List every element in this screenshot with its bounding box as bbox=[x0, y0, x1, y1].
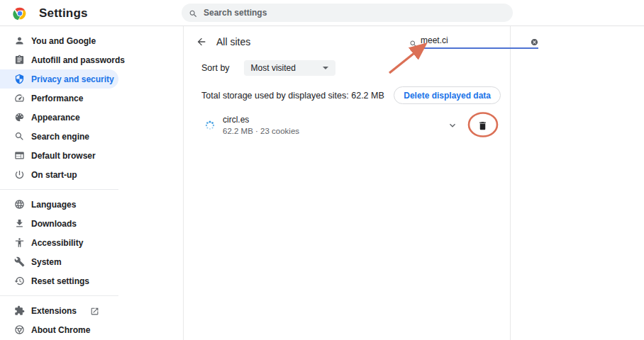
storage-summary-row: Total storage used by displayed sites: 6… bbox=[201, 86, 501, 104]
sort-by-label: Sort by bbox=[201, 63, 230, 73]
sidebar-item-languages[interactable]: Languages bbox=[0, 195, 118, 214]
site-search-field[interactable] bbox=[409, 35, 500, 49]
power-icon bbox=[14, 169, 25, 180]
site-favicon bbox=[204, 120, 216, 131]
sidebar-item-label: Autofill and passwords bbox=[31, 55, 125, 65]
sidebar-item-label: Downloads bbox=[31, 219, 77, 229]
search-icon bbox=[409, 38, 418, 47]
chevron-down-icon[interactable] bbox=[447, 120, 458, 131]
dropdown-caret-icon bbox=[323, 67, 328, 69]
chrome-outline-icon bbox=[14, 324, 25, 335]
sidebar-item-label: On start-up bbox=[31, 170, 77, 180]
sidebar-item-label: Languages bbox=[31, 200, 76, 210]
subpage-header: All sites bbox=[196, 32, 500, 52]
page-title: Settings bbox=[39, 6, 88, 21]
sidebar-item-label: Privacy and security bbox=[31, 74, 114, 84]
search-icon bbox=[189, 8, 198, 18]
palette-icon bbox=[14, 112, 25, 123]
sidebar-item-default-browser[interactable]: Default browser bbox=[0, 146, 118, 165]
sort-selected-option: Most visited bbox=[251, 63, 296, 73]
shield-icon bbox=[14, 74, 25, 84]
all-sites-panel: All sites Sort by Most visited bbox=[183, 26, 511, 340]
sidebar-item-label: About Chrome bbox=[31, 325, 90, 335]
sidebar-item-label: Appearance bbox=[31, 113, 80, 123]
chrome-logo-icon bbox=[13, 6, 27, 21]
puzzle-icon bbox=[14, 305, 25, 316]
accessibility-icon bbox=[14, 237, 25, 248]
trash-icon[interactable] bbox=[477, 120, 488, 131]
subpage-title: All sites bbox=[216, 36, 250, 47]
download-icon bbox=[14, 218, 25, 229]
app-header: Settings bbox=[0, 0, 644, 26]
sidebar-item-label: Extensions bbox=[31, 306, 77, 316]
sidebar-item-autofill[interactable]: Autofill and passwords bbox=[0, 50, 118, 69]
storage-summary-text: Total storage used by displayed sites: 6… bbox=[201, 91, 384, 101]
sidebar-item-label: Performance bbox=[31, 94, 83, 103]
sidebar-item-on-startup[interactable]: On start-up bbox=[0, 165, 118, 184]
sidebar-item-performance[interactable]: Performance bbox=[0, 89, 118, 108]
settings-search-bar[interactable] bbox=[182, 4, 513, 22]
sidebar-item-extensions[interactable]: Extensions bbox=[0, 301, 118, 320]
back-arrow-icon[interactable] bbox=[196, 36, 207, 47]
sidebar-item-reset-settings[interactable]: Reset settings bbox=[0, 271, 118, 290]
sidebar-item-label: Search engine bbox=[31, 132, 89, 142]
sidebar-divider bbox=[0, 189, 118, 190]
sidebar-item-search-engine[interactable]: Search engine bbox=[0, 127, 118, 146]
globe-icon bbox=[14, 199, 25, 210]
sidebar-item-label: Accessibility bbox=[31, 238, 83, 248]
site-list-item[interactable]: circl.es 62.2 MB · 23 cookies bbox=[184, 111, 510, 140]
sidebar-item-label: Default browser bbox=[31, 151, 96, 161]
clear-icon[interactable] bbox=[531, 36, 538, 44]
person-icon bbox=[14, 35, 25, 46]
sidebar-item-appearance[interactable]: Appearance bbox=[0, 108, 118, 127]
delete-displayed-data-button[interactable]: Delete displayed data bbox=[394, 86, 501, 104]
site-search-input[interactable] bbox=[421, 35, 531, 45]
wrench-icon bbox=[14, 256, 25, 267]
site-name: circl.es bbox=[223, 115, 299, 125]
sidebar-item-label: Reset settings bbox=[31, 276, 89, 286]
speedometer-icon bbox=[14, 93, 25, 103]
sidebar-divider bbox=[0, 295, 118, 296]
settings-search-input[interactable] bbox=[204, 8, 506, 18]
sort-select[interactable]: Most visited bbox=[244, 60, 335, 76]
sidebar-item-label: System bbox=[31, 257, 62, 267]
sidebar-item-system[interactable]: System bbox=[0, 252, 118, 271]
sidebar-item-accessibility[interactable]: Accessibility bbox=[0, 233, 118, 252]
sidebar-item-downloads[interactable]: Downloads bbox=[0, 214, 118, 233]
site-storage-details: 62.2 MB · 23 cookies bbox=[223, 127, 299, 135]
external-link-icon bbox=[90, 306, 99, 315]
restore-icon bbox=[14, 276, 25, 286]
sidebar-item-about-chrome[interactable]: About Chrome bbox=[0, 320, 118, 339]
sidebar-item-label: You and Google bbox=[31, 36, 96, 46]
sidebar-nav: You and Google Autofill and passwords Pr… bbox=[0, 26, 183, 340]
clipboard-icon bbox=[14, 55, 25, 65]
browser-window-icon bbox=[14, 150, 25, 161]
sort-row: Sort by Most visited bbox=[201, 60, 335, 76]
sidebar-item-you-and-google[interactable]: You and Google bbox=[0, 31, 118, 50]
search-icon bbox=[14, 131, 25, 142]
sidebar-item-privacy-and-security[interactable]: Privacy and security bbox=[0, 69, 118, 89]
chrome-settings-window: Settings You and Google Autofill and pas… bbox=[0, 0, 644, 340]
